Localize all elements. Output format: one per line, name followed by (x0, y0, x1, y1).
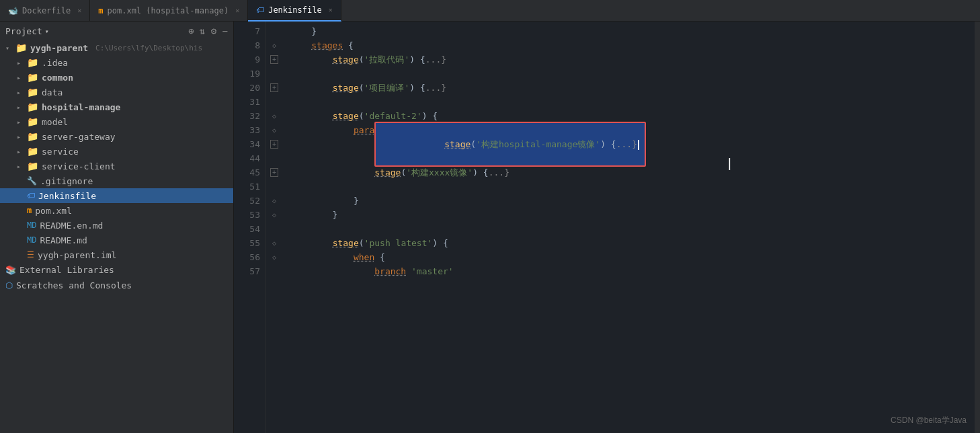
fold-diamond-52: ◇ (272, 197, 276, 204)
editor-area: 7 8 9 19 20 31 32 33 34 44 45 51 52 53 5… (234, 22, 980, 433)
tab-close-jenkins[interactable]: ✕ (329, 6, 333, 13)
code-line-8: stages { (290, 38, 975, 52)
jenkins-icon: 🏷 (256, 5, 264, 15)
model-label: model (42, 117, 68, 127)
tree-root[interactable]: ▾ 📁 yygh-parent C:\Users\lfy\Desktop\his (0, 40, 233, 55)
fold-diamond-8: ◇ (272, 42, 276, 49)
gateway-label: server-gateway (42, 132, 116, 142)
root-arrow: ▾ (5, 44, 12, 52)
fold-btn-20[interactable]: + (270, 83, 278, 92)
gateway-folder-icon: 📁 (27, 131, 38, 142)
text-cursor (638, 140, 639, 150)
scratches-icon: ⬡ (5, 280, 13, 290)
code-line-19 (290, 67, 975, 81)
readme-en-icon: MD (27, 221, 36, 230)
xml-icon: m (98, 6, 103, 15)
tab-jenkinsfile[interactable]: 🏷 Jenkinsfile ✕ (248, 0, 341, 22)
tree-item-service-client[interactable]: ▸ 📁 service-client (0, 159, 233, 173)
root-folder-icon: 📁 (15, 42, 27, 53)
tree-item-server-gateway[interactable]: ▸ 📁 server-gateway (0, 129, 233, 144)
pom-label: pom.xml (35, 206, 72, 216)
ext-lib-icon: 📚 (5, 265, 16, 275)
tree-external-libraries[interactable]: 📚 External Libraries (0, 262, 233, 278)
idea-arrow: ▸ (17, 59, 24, 67)
code-line-55: stage('push latest') { (290, 236, 975, 250)
fold-diamond-33: ◇ (272, 126, 276, 134)
tree-item-jenkinsfile[interactable]: 🏷 Jenkinsfile (0, 188, 233, 203)
sidebar: Project ▾ ⊕ ⇅ ⚙ − ▾ 📁 yygh-parent C:\Use… (0, 22, 234, 433)
tree-item-iml[interactable]: ☰ yygh-parent.iml (0, 247, 233, 262)
tree-item-model[interactable]: ▸ 📁 model (0, 114, 233, 129)
code-line-52: } (290, 194, 975, 208)
fold-diamond-56: ◇ (272, 253, 276, 261)
fold-btn-34[interactable]: + (270, 140, 278, 149)
idea-folder-icon: 📁 (27, 57, 38, 68)
readme-label: README.md (40, 235, 87, 245)
main-layout: Project ▾ ⊕ ⇅ ⚙ − ▾ 📁 yygh-parent C:\Use… (0, 22, 980, 433)
service-label: service (42, 147, 79, 157)
data-arrow: ▸ (17, 89, 24, 96)
code-line-57: branch 'master' (290, 264, 975, 278)
line-numbers: 7 8 9 19 20 31 32 33 34 44 45 51 52 53 5… (234, 22, 266, 433)
tab-pom-xml[interactable]: m pom.xml (hospital-manage) ✕ (90, 0, 248, 22)
selected-code-block: stage('构建hospital-manage镜像') {...} (374, 122, 646, 167)
service-folder-icon: 📁 (27, 146, 38, 157)
model-arrow: ▸ (17, 118, 24, 126)
gateway-arrow: ▸ (17, 133, 24, 141)
fold-diamond-55: ◇ (272, 239, 276, 247)
service-client-label: service-client (42, 161, 116, 171)
gitignore-label: .gitignore (40, 176, 93, 186)
root-name: yygh-parent (30, 43, 88, 53)
project-header[interactable]: Project ▾ ⊕ ⇅ ⚙ − (0, 22, 233, 40)
service-client-arrow: ▸ (17, 163, 24, 170)
fold-btn-9[interactable]: + (270, 55, 278, 64)
code-line-20: stage('项目编译') {...} (290, 81, 975, 95)
jenkinsfile-tree-icon: 🏷 (27, 191, 35, 200)
fold-gutter: ◇ + + ◇ ◇ + + ◇ ◇ ◇ ◇ (266, 22, 282, 433)
tree-item-common[interactable]: ▸ 📁 common (0, 70, 233, 85)
tree-item-idea[interactable]: ▸ 📁 .idea (0, 55, 233, 70)
code-line-31 (290, 95, 975, 109)
tab-dockerfile[interactable]: 🐋 Dockerfile ✕ (0, 0, 90, 22)
tree-item-service[interactable]: ▸ 📁 service (0, 144, 233, 159)
editor-content[interactable]: 7 8 9 19 20 31 32 33 34 44 45 51 52 53 5… (234, 22, 980, 433)
code-line-7: } (290, 24, 975, 38)
code-line-32: stage('default-2') { (290, 109, 975, 123)
code-line-54 (290, 222, 975, 236)
model-folder-icon: 📁 (27, 116, 38, 127)
tree-item-data[interactable]: ▸ 📁 data (0, 85, 233, 100)
iml-icon: ☰ (27, 250, 34, 260)
editor-scrollbar[interactable] (975, 22, 980, 433)
code-line-34: stage('构建hospital-manage镜像') {...} (290, 137, 975, 151)
tree-item-readme-en[interactable]: MD README.en.md (0, 218, 233, 233)
tree-scratches[interactable]: ⬡ Scratches and Consoles (0, 278, 233, 293)
tab-close-dockerfile[interactable]: ✕ (77, 7, 81, 14)
tree-item-readme[interactable]: MD README.md (0, 233, 233, 247)
readme-icon: MD (27, 235, 36, 245)
code-line-56: when { (290, 250, 975, 264)
watermark: CSDN @beita学Java (891, 414, 967, 428)
header-icons: ⊕ ⇅ ⚙ − (188, 26, 228, 36)
scratches-label: Scratches and Consoles (16, 280, 132, 290)
pom-icon: m (27, 206, 32, 215)
code-editor[interactable]: } stages { stage('拉取代码') {...} stage('项目… (282, 22, 975, 433)
code-line-45: stage('构建xxxx镜像') {...} (290, 165, 975, 180)
iml-label: yygh-parent.iml (38, 250, 116, 260)
data-label: data (42, 87, 63, 97)
common-folder-icon: 📁 (27, 72, 38, 83)
tree-item-pom[interactable]: m pom.xml (0, 203, 233, 218)
tree-item-gitignore[interactable]: 🔧 .gitignore (0, 173, 233, 188)
service-arrow: ▸ (17, 148, 24, 155)
fold-diamond-53: ◇ (272, 211, 276, 219)
tree-item-hospital-manage[interactable]: ▸ 📁 hospital-manage (0, 100, 233, 114)
docker-icon: 🐋 (8, 6, 18, 15)
ext-lib-label: External Libraries (19, 265, 114, 275)
gitignore-icon: 🔧 (27, 176, 37, 186)
fold-btn-45[interactable]: + (270, 168, 278, 177)
root-path: C:\Users\lfy\Desktop\his (95, 44, 202, 52)
readme-en-label: README.en.md (40, 221, 103, 231)
code-line-9: stage('拉取代码') {...} (290, 52, 975, 67)
project-arrow: ▾ (45, 28, 49, 35)
common-arrow: ▸ (17, 74, 24, 81)
tab-close-pom[interactable]: ✕ (235, 7, 239, 14)
